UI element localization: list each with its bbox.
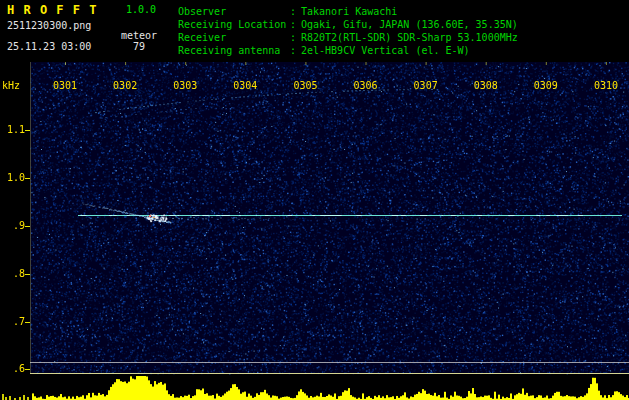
- time-label-0302: 0302: [113, 80, 137, 91]
- info-value: Ogaki, Gifu, JAPAN (136.60E, 35.35N): [301, 19, 518, 30]
- freq-label-1_1: 1.1: [0, 124, 25, 135]
- time-label-0307: 0307: [414, 80, 438, 91]
- freq-label-_8: .8: [0, 268, 25, 279]
- info-value: 2el-HB9CV Vertical (el. E-W): [301, 45, 470, 56]
- info-row-antenna: Receiving antenna:2el-HB9CV Vertical (el…: [178, 44, 518, 57]
- info-label: Receiver: [178, 31, 290, 44]
- info-value: R820T2(RTL-SDR) SDR-Sharp 53.1000MHz: [301, 32, 518, 43]
- time-label-0306: 0306: [354, 80, 378, 91]
- time-label-0309: 0309: [534, 80, 558, 91]
- time-label-0301: 0301: [53, 80, 77, 91]
- time-label-0303: 0303: [173, 80, 197, 91]
- info-label: Receiving Location: [178, 18, 290, 31]
- info-label: Observer: [178, 5, 290, 18]
- time-label-0308: 0308: [474, 80, 498, 91]
- hrofft-window: H R O F F T 1.0.0 2511230300.png meteor …: [0, 0, 629, 400]
- info-separator: :: [290, 44, 301, 57]
- output-filename: 2511230300.png: [7, 20, 91, 31]
- app-title: H R O F F T: [7, 3, 97, 17]
- station-info: Observer:Takanori Kawachi Receiving Loca…: [178, 5, 518, 57]
- info-value: Takanori Kawachi: [301, 6, 397, 17]
- echo-count: 79: [133, 41, 145, 52]
- info-separator: :: [290, 31, 301, 44]
- info-row-receiver: Receiver:R820T2(RTL-SDR) SDR-Sharp 53.10…: [178, 31, 518, 44]
- datetime-label: 25.11.23 03:00: [7, 41, 91, 52]
- freq-label-1_0: 1.0: [0, 172, 25, 183]
- app-version: 1.0.0: [126, 4, 156, 15]
- mode-label: meteor: [121, 30, 157, 41]
- freq-label-_7: .7: [0, 316, 25, 327]
- time-label-0304: 0304: [233, 80, 257, 91]
- header: H R O F F T 1.0.0 2511230300.png meteor …: [0, 0, 629, 62]
- time-label-0310: 0310: [594, 80, 618, 91]
- time-label-0305: 0305: [293, 80, 317, 91]
- y-axis-unit-label: kHz: [2, 80, 20, 91]
- info-row-location: Receiving Location:Ogaki, Gifu, JAPAN (1…: [178, 18, 518, 31]
- spectrogram-canvas: [0, 62, 629, 400]
- info-label: Receiving antenna: [178, 44, 290, 57]
- info-separator: :: [290, 18, 301, 31]
- freq-label-_9: .9: [0, 220, 25, 231]
- freq-label-_6: .6: [0, 363, 25, 374]
- info-separator: :: [290, 5, 301, 18]
- info-row-observer: Observer:Takanori Kawachi: [178, 5, 518, 18]
